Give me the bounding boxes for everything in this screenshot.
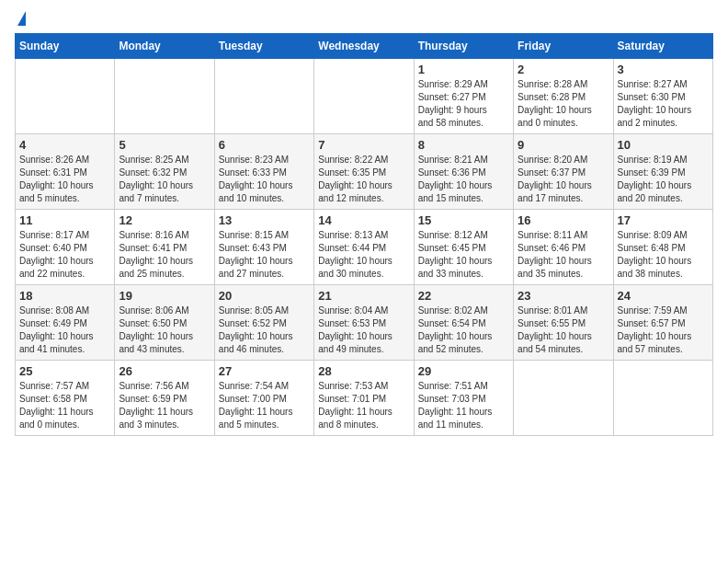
calendar-cell [214, 59, 313, 134]
calendar-cell: 21Sunrise: 8:04 AM Sunset: 6:53 PM Dayli… [314, 285, 414, 361]
calendar-week-row: 11Sunrise: 8:17 AM Sunset: 6:40 PM Dayli… [16, 210, 713, 285]
day-number: 5 [119, 138, 210, 152]
calendar-cell: 4Sunrise: 8:26 AM Sunset: 6:31 PM Daylig… [16, 134, 115, 210]
column-header-tuesday: Tuesday [214, 34, 313, 59]
day-info: Sunrise: 7:57 AM Sunset: 6:58 PM Dayligh… [19, 380, 110, 431]
day-info: Sunrise: 8:23 AM Sunset: 6:33 PM Dayligh… [219, 154, 310, 205]
calendar-cell: 19Sunrise: 8:06 AM Sunset: 6:50 PM Dayli… [115, 285, 214, 361]
calendar-cell: 23Sunrise: 8:01 AM Sunset: 6:55 PM Dayli… [514, 285, 613, 361]
day-info: Sunrise: 7:54 AM Sunset: 7:00 PM Dayligh… [219, 380, 310, 431]
day-number: 13 [219, 213, 310, 227]
calendar-cell [514, 361, 613, 436]
column-header-friday: Friday [514, 34, 613, 59]
day-number: 10 [618, 138, 709, 152]
calendar-cell [314, 59, 414, 134]
day-number: 29 [418, 364, 509, 378]
day-number: 6 [219, 138, 310, 152]
day-number: 24 [618, 289, 709, 303]
day-info: Sunrise: 8:11 AM Sunset: 6:46 PM Dayligh… [518, 229, 609, 281]
day-info: Sunrise: 8:01 AM Sunset: 6:55 PM Dayligh… [518, 304, 609, 356]
day-info: Sunrise: 7:53 AM Sunset: 7:01 PM Dayligh… [318, 380, 409, 431]
calendar-cell: 20Sunrise: 8:05 AM Sunset: 6:52 PM Dayli… [214, 285, 313, 361]
calendar-week-row: 25Sunrise: 7:57 AM Sunset: 6:58 PM Dayli… [16, 361, 713, 436]
day-info: Sunrise: 7:51 AM Sunset: 7:03 PM Dayligh… [418, 380, 509, 431]
day-info: Sunrise: 7:59 AM Sunset: 6:57 PM Dayligh… [618, 304, 709, 356]
day-number: 12 [119, 213, 210, 227]
day-info: Sunrise: 7:56 AM Sunset: 6:59 PM Dayligh… [119, 380, 210, 431]
column-header-wednesday: Wednesday [314, 34, 414, 59]
calendar-cell: 5Sunrise: 8:25 AM Sunset: 6:32 PM Daylig… [115, 134, 214, 210]
day-info: Sunrise: 8:25 AM Sunset: 6:32 PM Dayligh… [119, 154, 210, 205]
day-number: 8 [418, 138, 509, 152]
day-number: 2 [518, 63, 609, 76]
calendar-week-row: 4Sunrise: 8:26 AM Sunset: 6:31 PM Daylig… [16, 134, 713, 210]
day-number: 9 [518, 138, 609, 152]
calendar-week-row: 1Sunrise: 8:29 AM Sunset: 6:27 PM Daylig… [16, 59, 713, 134]
day-info: Sunrise: 8:08 AM Sunset: 6:49 PM Dayligh… [19, 304, 110, 356]
calendar-cell: 12Sunrise: 8:16 AM Sunset: 6:41 PM Dayli… [115, 210, 214, 285]
calendar-week-row: 18Sunrise: 8:08 AM Sunset: 6:49 PM Dayli… [16, 285, 713, 361]
header [15, 15, 713, 26]
day-info: Sunrise: 8:22 AM Sunset: 6:35 PM Dayligh… [318, 154, 409, 205]
day-info: Sunrise: 8:20 AM Sunset: 6:37 PM Dayligh… [518, 154, 609, 205]
day-number: 26 [119, 364, 210, 378]
calendar-cell: 28Sunrise: 7:53 AM Sunset: 7:01 PM Dayli… [314, 361, 414, 436]
day-info: Sunrise: 8:04 AM Sunset: 6:53 PM Dayligh… [318, 304, 409, 356]
calendar-cell: 26Sunrise: 7:56 AM Sunset: 6:59 PM Dayli… [115, 361, 214, 436]
calendar-cell: 22Sunrise: 8:02 AM Sunset: 6:54 PM Dayli… [414, 285, 513, 361]
calendar-cell: 14Sunrise: 8:13 AM Sunset: 6:44 PM Dayli… [314, 210, 414, 285]
day-info: Sunrise: 8:05 AM Sunset: 6:52 PM Dayligh… [219, 304, 310, 356]
day-info: Sunrise: 8:12 AM Sunset: 6:45 PM Dayligh… [418, 229, 509, 281]
calendar-header-row: SundayMondayTuesdayWednesdayThursdayFrid… [16, 34, 713, 59]
day-number: 17 [618, 213, 709, 227]
day-number: 21 [318, 289, 409, 303]
day-number: 18 [19, 289, 110, 303]
column-header-sunday: Sunday [16, 34, 115, 59]
day-number: 27 [219, 364, 310, 378]
day-number: 7 [318, 138, 409, 152]
day-info: Sunrise: 8:02 AM Sunset: 6:54 PM Dayligh… [418, 304, 509, 356]
day-info: Sunrise: 8:17 AM Sunset: 6:40 PM Dayligh… [19, 229, 110, 281]
calendar-cell: 27Sunrise: 7:54 AM Sunset: 7:00 PM Dayli… [214, 361, 313, 436]
calendar-cell: 15Sunrise: 8:12 AM Sunset: 6:45 PM Dayli… [414, 210, 513, 285]
day-info: Sunrise: 8:06 AM Sunset: 6:50 PM Dayligh… [119, 304, 210, 356]
calendar-cell: 10Sunrise: 8:19 AM Sunset: 6:39 PM Dayli… [613, 134, 712, 210]
calendar-cell: 29Sunrise: 7:51 AM Sunset: 7:03 PM Dayli… [414, 361, 513, 436]
calendar-cell: 9Sunrise: 8:20 AM Sunset: 6:37 PM Daylig… [514, 134, 613, 210]
calendar-cell [16, 59, 115, 134]
day-number: 1 [418, 63, 509, 76]
day-number: 20 [219, 289, 310, 303]
day-info: Sunrise: 8:26 AM Sunset: 6:31 PM Dayligh… [19, 154, 110, 205]
calendar-cell: 1Sunrise: 8:29 AM Sunset: 6:27 PM Daylig… [414, 59, 513, 134]
calendar-cell: 16Sunrise: 8:11 AM Sunset: 6:46 PM Dayli… [514, 210, 613, 285]
day-number: 3 [618, 63, 709, 76]
day-info: Sunrise: 8:29 AM Sunset: 6:27 PM Dayligh… [418, 78, 509, 130]
calendar-cell: 13Sunrise: 8:15 AM Sunset: 6:43 PM Dayli… [214, 210, 313, 285]
day-number: 15 [418, 213, 509, 227]
day-info: Sunrise: 8:16 AM Sunset: 6:41 PM Dayligh… [119, 229, 210, 281]
day-info: Sunrise: 8:15 AM Sunset: 6:43 PM Dayligh… [219, 229, 310, 281]
day-number: 22 [418, 289, 509, 303]
column-header-monday: Monday [115, 34, 214, 59]
day-number: 19 [119, 289, 210, 303]
day-info: Sunrise: 8:27 AM Sunset: 6:30 PM Dayligh… [618, 78, 709, 130]
calendar-cell: 8Sunrise: 8:21 AM Sunset: 6:36 PM Daylig… [414, 134, 513, 210]
calendar-cell: 2Sunrise: 8:28 AM Sunset: 6:28 PM Daylig… [514, 59, 613, 134]
calendar-cell: 18Sunrise: 8:08 AM Sunset: 6:49 PM Dayli… [16, 285, 115, 361]
calendar-cell: 25Sunrise: 7:57 AM Sunset: 6:58 PM Dayli… [16, 361, 115, 436]
day-number: 4 [19, 138, 110, 152]
calendar-cell: 3Sunrise: 8:27 AM Sunset: 6:30 PM Daylig… [613, 59, 712, 134]
calendar-cell: 11Sunrise: 8:17 AM Sunset: 6:40 PM Dayli… [16, 210, 115, 285]
day-number: 28 [318, 364, 409, 378]
day-number: 25 [19, 364, 110, 378]
day-number: 16 [518, 213, 609, 227]
day-info: Sunrise: 8:21 AM Sunset: 6:36 PM Dayligh… [418, 154, 509, 205]
day-info: Sunrise: 8:19 AM Sunset: 6:39 PM Dayligh… [618, 154, 709, 205]
calendar-cell: 17Sunrise: 8:09 AM Sunset: 6:48 PM Dayli… [613, 210, 712, 285]
calendar-cell: 24Sunrise: 7:59 AM Sunset: 6:57 PM Dayli… [613, 285, 712, 361]
calendar-table: SundayMondayTuesdayWednesdayThursdayFrid… [15, 33, 713, 436]
day-number: 23 [518, 289, 609, 303]
calendar-cell: 7Sunrise: 8:22 AM Sunset: 6:35 PM Daylig… [314, 134, 414, 210]
calendar-cell [613, 361, 712, 436]
calendar-cell [115, 59, 214, 134]
